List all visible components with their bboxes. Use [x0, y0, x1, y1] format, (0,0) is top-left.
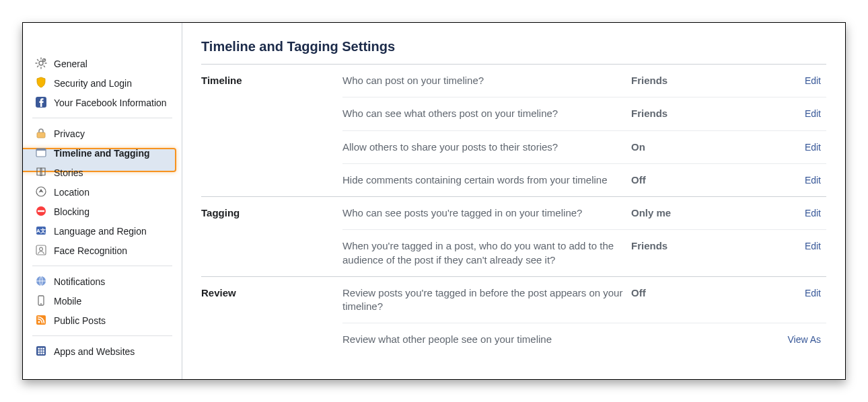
sidebar-item-stories[interactable]: Stories [23, 163, 182, 182]
sidebar-item-notifications[interactable]: Notifications [23, 272, 182, 291]
settings-row: ReviewReview posts you're tagged in befo… [201, 276, 826, 323]
setting-label: Review what other people see on your tim… [342, 323, 631, 356]
setting-action-cell: View As [772, 323, 826, 356]
book-icon [35, 166, 47, 178]
edit-link[interactable]: Edit [805, 208, 821, 218]
apps-icon [35, 345, 47, 357]
setting-label: Who can see what others post on your tim… [342, 97, 631, 130]
sidebar-item-your-facebook-information[interactable]: Your Facebook Information [23, 93, 182, 112]
sidebar-item-public-posts[interactable]: Public Posts [23, 311, 182, 330]
edit-link[interactable]: Edit [805, 175, 821, 186]
setting-value: Only me [631, 197, 772, 230]
sidebar-item-label: Face Recognition [54, 244, 172, 257]
sidebar-item-label: Mobile [54, 294, 172, 307]
sidebar-item-blocking[interactable]: Blocking [23, 202, 182, 221]
setting-action-cell: Edit [772, 197, 826, 230]
sidebar-item-label: Location [54, 186, 172, 198]
settings-main: Timeline and Tagging Settings TimelineWh… [182, 23, 845, 379]
setting-action-cell: Edit [772, 276, 826, 323]
edit-link[interactable]: Edit [805, 142, 821, 153]
globe-icon [35, 275, 47, 287]
sidebar-item-apps-and-websites[interactable]: Apps and Websites [23, 341, 182, 361]
setting-value: Friends [631, 65, 772, 97]
block-icon [35, 205, 47, 217]
sidebar-item-language-and-region[interactable]: Language and Region [23, 221, 182, 241]
gear-icon [35, 57, 47, 69]
sidebar-item-label: Your Facebook Information [54, 96, 172, 109]
action-link[interactable]: View As [787, 334, 821, 345]
setting-label: Allow others to share your posts to thei… [342, 130, 631, 163]
settings-row: TimelineWho can post on your timeline?Fr… [201, 65, 826, 97]
setting-value [631, 323, 772, 356]
setting-label: Who can post on your timeline? [342, 65, 631, 97]
edit-link[interactable]: Edit [805, 288, 821, 298]
sidebar-item-label: Stories [54, 166, 172, 179]
fb-icon [35, 96, 47, 108]
sidebar-item-label: Notifications [54, 275, 172, 288]
lang-icon [35, 225, 47, 237]
section-heading: Review [201, 276, 342, 356]
sidebar-item-mobile[interactable]: Mobile [23, 291, 182, 311]
setting-action-cell: Edit [772, 97, 826, 130]
page-title: Timeline and Tagging Settings [201, 39, 826, 64]
setting-action-cell: Edit [772, 163, 826, 196]
sidebar-item-security-and-login[interactable]: Security and Login [23, 73, 182, 93]
sidebar-item-timeline-and-tagging[interactable]: Timeline and Tagging [23, 143, 182, 163]
setting-value: Off [631, 163, 772, 196]
setting-value: Friends [631, 97, 772, 130]
setting-action-cell: Edit [772, 65, 826, 97]
location-icon [35, 186, 47, 198]
lock-icon [35, 127, 47, 139]
rss-icon [35, 314, 47, 326]
sidebar-divider [32, 118, 172, 118]
settings-row: TaggingWho can see posts you're tagged i… [201, 197, 826, 230]
sidebar-item-general[interactable]: General [23, 54, 182, 73]
settings-sidebar: GeneralSecurity and LoginYour Facebook I… [23, 23, 182, 379]
face-icon [35, 244, 47, 256]
setting-action-cell: Edit [772, 230, 826, 277]
sidebar-item-label: Apps and Websites [54, 345, 172, 358]
sidebar-item-label: General [54, 57, 172, 70]
setting-label: Review posts you're tagged in before the… [342, 276, 631, 323]
setting-label: When you're tagged in a post, who do you… [342, 230, 631, 277]
section-heading: Tagging [201, 197, 342, 277]
sidebar-divider [32, 266, 172, 266]
sidebar-item-label: Timeline and Tagging [54, 147, 172, 159]
setting-label: Who can see posts you're tagged in on yo… [342, 197, 631, 230]
sidebar-item-label: Public Posts [54, 314, 172, 327]
settings-table: TimelineWho can post on your timeline?Fr… [201, 65, 826, 356]
edit-link[interactable]: Edit [805, 75, 821, 86]
section-heading: Timeline [201, 65, 342, 197]
setting-label: Hide comments containing certain words f… [342, 163, 631, 196]
sidebar-item-label: Security and Login [54, 77, 172, 89]
sidebar-item-face-recognition[interactable]: Face Recognition [23, 241, 182, 260]
sidebar-item-privacy[interactable]: Privacy [23, 124, 182, 143]
setting-value: Off [631, 276, 772, 323]
edit-link[interactable]: Edit [805, 241, 821, 251]
sidebar-item-label: Blocking [54, 205, 172, 218]
setting-value: Friends [631, 230, 772, 277]
setting-value: On [631, 130, 772, 163]
shield-icon [35, 77, 47, 89]
setting-action-cell: Edit [772, 130, 826, 163]
mobile-icon [35, 294, 47, 307]
sidebar-divider [32, 335, 172, 336]
sidebar-item-label: Language and Region [54, 225, 172, 237]
timeline-icon [35, 147, 47, 159]
sidebar-item-label: Privacy [54, 127, 172, 140]
edit-link[interactable]: Edit [805, 108, 821, 119]
sidebar-item-location[interactable]: Location [23, 182, 182, 202]
